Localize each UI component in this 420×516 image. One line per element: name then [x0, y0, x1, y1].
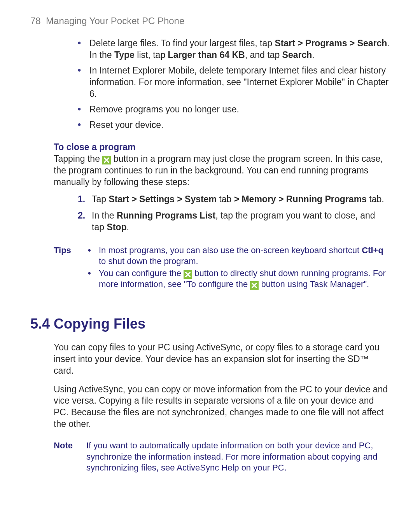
- close-icon: [102, 156, 111, 164]
- tips-label: Tips: [54, 245, 88, 291]
- list-item: Reset your device.: [78, 119, 390, 131]
- close-icon: [184, 270, 192, 279]
- list-item: Delete large files. To find your largest…: [78, 38, 390, 61]
- tips-bullet-list: Delete large files. To find your largest…: [30, 38, 390, 131]
- list-item: You can configure the button to directly…: [88, 268, 390, 290]
- page-header: 78 Managing Your Pocket PC Phone: [30, 15, 390, 27]
- note-label: Note: [54, 440, 86, 474]
- list-item: 1. Tap Start > Settings > System tab > M…: [78, 194, 390, 205]
- page: 78 Managing Your Pocket PC Phone Delete …: [0, 0, 420, 505]
- paragraph: Using ActiveSync, you can copy or move i…: [54, 384, 390, 430]
- paragraph: Tapping the button in a program may just…: [54, 153, 390, 188]
- note-text: If you want to automatically update info…: [86, 440, 390, 474]
- step-number: 1.: [78, 194, 85, 205]
- tips-list: In most programs, you can also use the o…: [88, 245, 390, 291]
- list-item: 2. In the Running Programs List, tap the…: [78, 210, 390, 233]
- section-heading: 5.4 Copying Files: [30, 315, 390, 333]
- list-item: Remove programs you no longer use.: [78, 104, 390, 115]
- list-item: In most programs, you can also use the o…: [88, 245, 390, 267]
- paragraph: You can copy files to your PC using Acti…: [54, 342, 390, 377]
- chapter-title: Managing Your Pocket PC Phone: [46, 16, 184, 26]
- tips-section: Tips In most programs, you can also use …: [54, 245, 390, 291]
- page-number: 78: [30, 16, 41, 26]
- close-program-section: To close a program Tapping the button in…: [54, 142, 390, 233]
- steps-list: 1. Tap Start > Settings > System tab > M…: [54, 194, 390, 233]
- close-icon: [250, 281, 259, 290]
- note-section: Note If you want to automatically update…: [54, 440, 390, 474]
- step-number: 2.: [78, 210, 85, 222]
- subheading: To close a program: [54, 142, 390, 153]
- list-item: In Internet Explorer Mobile, delete temp…: [78, 65, 390, 100]
